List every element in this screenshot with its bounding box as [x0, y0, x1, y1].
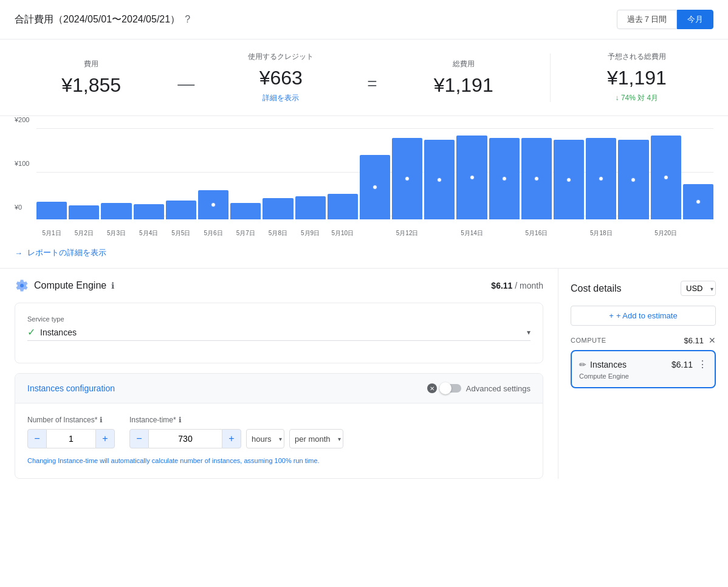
bar[interactable] [489, 138, 520, 219]
bar-group [683, 184, 713, 219]
bar-group [554, 140, 584, 219]
x-label: 5月1日 [36, 229, 67, 238]
bar-group [263, 198, 293, 219]
service-type-select[interactable]: Instances [40, 328, 527, 337]
instance-time-field: Instance-time* ℹ − + hours [129, 416, 343, 448]
right-panel: Cost details USD ▾ + + Add to estimate C… [558, 269, 728, 479]
bar[interactable] [134, 204, 164, 219]
bar[interactable] [651, 136, 681, 219]
page-title: 合計費用（2024/05/01〜2024/05/21） [15, 13, 180, 26]
thismonth-button[interactable]: 今月 [677, 10, 713, 29]
bar[interactable] [101, 203, 131, 219]
toggle-track[interactable] [439, 384, 461, 393]
predicted-value: ¥1,191 [560, 67, 713, 89]
bar-group [295, 196, 326, 219]
instance-subtitle: Compute Engine [579, 372, 707, 380]
bar[interactable] [683, 184, 713, 219]
service-info-icon[interactable]: ℹ [111, 281, 114, 290]
bar[interactable] [456, 136, 487, 219]
bar[interactable] [198, 190, 228, 219]
hours-select[interactable]: hours [246, 429, 284, 448]
detail-link[interactable]: 詳細を表示 [204, 93, 357, 103]
credits-label: 使用するクレジット [204, 52, 357, 62]
instance-time-input[interactable] [149, 429, 222, 448]
instance-name: Instances [590, 360, 627, 369]
x-label [554, 229, 584, 238]
cost-details-title: Cost details [571, 283, 622, 294]
bar-group [36, 202, 67, 219]
add-to-estimate-button[interactable]: + + Add to estimate [571, 306, 716, 326]
bar[interactable] [295, 196, 326, 219]
bar[interactable] [521, 138, 552, 219]
help-icon[interactable]: ? [185, 14, 190, 25]
x-label: 5月7日 [230, 229, 261, 238]
currency-select-wrapper: USD ▾ [681, 281, 716, 296]
instances-row: Number of Instances* ℹ − + Instance-time… [27, 416, 531, 448]
cost-summary: 費用 ¥1,855 — 使用するクレジット ¥663 詳細を表示 = 総費用 ¥… [0, 39, 728, 116]
bar[interactable] [230, 203, 261, 219]
instances-input[interactable] [47, 429, 95, 448]
bar[interactable] [69, 205, 99, 219]
config-title: Instances configuration [27, 383, 115, 393]
instance-time-decrement-button[interactable]: − [129, 429, 149, 448]
compute-delete-icon[interactable]: ✕ [709, 335, 716, 345]
fees-label: 費用 [15, 59, 168, 69]
total-value: ¥1,191 [387, 74, 540, 97]
currency-select[interactable]: USD [681, 281, 716, 296]
bar-group [586, 138, 616, 219]
bar[interactable] [618, 140, 648, 219]
y-label-200: ¥200 [15, 116, 29, 123]
cost-chart: ¥200 ¥100 ¥0 5月1日5月2日5月3日5月4日5月5日5月6日5月7… [0, 116, 728, 238]
bar[interactable] [36, 202, 67, 219]
service-type-label: Service type [27, 315, 531, 323]
num-instances-field: Number of Instances* ℹ − + [27, 416, 115, 448]
bar[interactable] [392, 138, 422, 219]
bar[interactable] [424, 140, 455, 219]
instances-increment-button[interactable]: + [95, 429, 115, 448]
bar-group [521, 138, 552, 219]
bar[interactable] [554, 140, 584, 219]
bar[interactable] [263, 198, 293, 219]
instance-more-icon[interactable]: ⋮ [698, 359, 707, 370]
x-label: 5月20日 [651, 229, 681, 238]
compute-price: $6.11 [684, 336, 704, 345]
advanced-settings-label: Advanced settings [466, 384, 531, 393]
instance-time-info-icon[interactable]: ℹ [179, 416, 182, 424]
advanced-settings-toggle-group: ✕ Advanced settings [427, 383, 531, 393]
bar[interactable] [166, 201, 196, 219]
bar[interactable] [586, 138, 616, 219]
instances-config-section: Instances configuration ✕ Advanced setti… [15, 373, 543, 479]
x-label: 5月9日 [295, 229, 326, 238]
bar[interactable] [360, 155, 390, 219]
bar[interactable] [328, 194, 358, 219]
instance-time-label: Instance-time* ℹ [129, 416, 343, 424]
bar-group [101, 203, 131, 219]
cost-divider [550, 53, 551, 102]
x-label: 5月14日 [456, 229, 487, 238]
edit-icon[interactable]: ✏ [579, 360, 586, 369]
x-label: 5月2日 [69, 229, 99, 238]
instance-time-increment-button[interactable]: + [222, 429, 241, 448]
x-label: 5月16日 [521, 229, 552, 238]
bar-group [392, 138, 422, 219]
page-header: 合計費用（2024/05/01〜2024/05/21） ? 過去７日間 今月 [0, 0, 728, 39]
permonth-select[interactable]: per month [289, 429, 343, 448]
x-label: 5月3日 [101, 229, 131, 238]
instances-info-icon[interactable]: ℹ [100, 416, 103, 424]
bar-dot [696, 199, 701, 204]
service-price-value: $6.11 [491, 281, 512, 290]
instances-decrement-button[interactable]: − [27, 429, 47, 448]
x-label [618, 229, 648, 238]
last7days-button[interactable]: 過去７日間 [617, 10, 677, 29]
cost-item-fees: 費用 ¥1,855 [15, 59, 168, 97]
operator-minus: — [168, 74, 204, 94]
bar-dot [211, 202, 216, 207]
service-name: Compute Engine [34, 280, 106, 291]
x-label: 5月6日 [198, 229, 228, 238]
report-link[interactable]: → レポートの詳細を表示 [0, 238, 728, 269]
service-price-unit: / month [515, 281, 543, 290]
service-header: Compute Engine ℹ $6.11 / month [15, 269, 543, 303]
bar-dot [599, 176, 603, 181]
service-price: $6.11 / month [491, 281, 543, 290]
predicted-label: 予想される総費用 [560, 52, 713, 62]
